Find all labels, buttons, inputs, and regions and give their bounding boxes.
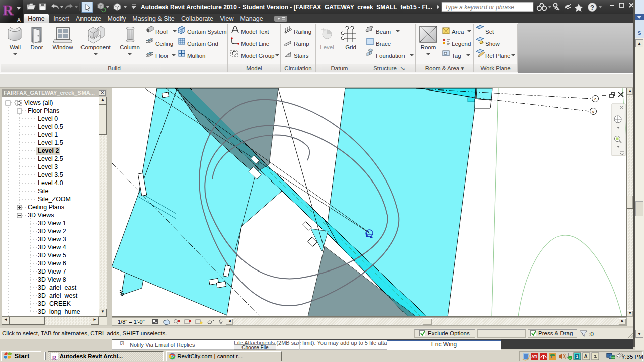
svg-text::0: :0 — [589, 331, 594, 338]
svg-text:Wall: Wall — [10, 44, 21, 50]
svg-text:Model Text: Model Text — [241, 29, 269, 35]
svg-text:Column: Column — [120, 44, 140, 50]
svg-text:Ramp: Ramp — [294, 41, 309, 47]
svg-text:R: R — [3, 2, 14, 18]
svg-text:ATI: ATI — [532, 354, 538, 359]
svg-text:Ref Plane: Ref Plane — [485, 53, 511, 59]
svg-text:1: 1 — [576, 354, 579, 359]
svg-text:Floor: Floor — [155, 53, 169, 59]
svg-text:A: A — [17, 17, 21, 23]
svg-text:Set: Set — [485, 29, 494, 35]
svg-text:Mullion: Mullion — [187, 53, 205, 59]
svg-text:Ceiling: Ceiling — [155, 41, 173, 47]
svg-text:c: c — [594, 97, 596, 101]
svg-text:o: o — [592, 110, 594, 113]
svg-text:Area: Area — [452, 29, 464, 35]
svg-text:Model Group: Model Group — [241, 53, 274, 59]
svg-text:A: A — [584, 354, 588, 359]
svg-text:Legend: Legend — [452, 41, 471, 47]
svg-text:Railing: Railing — [294, 29, 311, 35]
svg-text:Roof: Roof — [155, 29, 168, 35]
svg-text:Brace: Brace — [376, 41, 391, 47]
svg-text:Component: Component — [80, 44, 111, 50]
svg-text:Stairs: Stairs — [294, 53, 309, 59]
svg-text:Door: Door — [31, 44, 43, 50]
svg-text:Model Line: Model Line — [241, 41, 269, 47]
svg-text:Curtain System: Curtain System — [187, 29, 227, 35]
svg-text:Level: Level — [320, 44, 334, 50]
svg-text:Foundation: Foundation — [376, 53, 405, 59]
svg-text:?: ? — [590, 4, 594, 11]
svg-text:Grid: Grid — [345, 44, 356, 50]
svg-text:Curtain Grid: Curtain Grid — [187, 41, 218, 47]
svg-text:Room: Room — [421, 44, 436, 50]
svg-text:Window: Window — [53, 44, 74, 50]
svg-text:Beam: Beam — [376, 29, 391, 35]
svg-text:Show: Show — [485, 41, 500, 47]
svg-text:T: T — [550, 355, 553, 359]
svg-text:Tag: Tag — [452, 53, 461, 59]
svg-text:Type a keyword or phrase: Type a keyword or phrase — [445, 4, 514, 11]
